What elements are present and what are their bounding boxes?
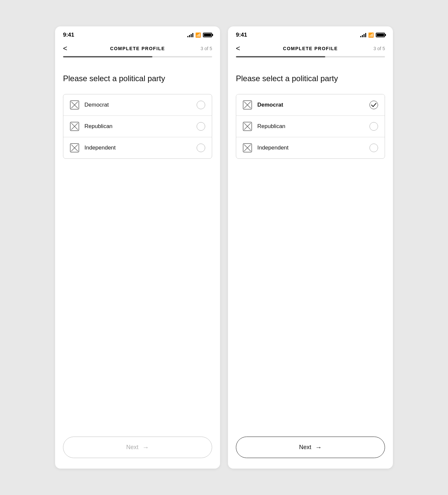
- option-label-democrat: Democrat: [257, 102, 369, 108]
- main-content: Please select a political party Democrat…: [228, 57, 393, 429]
- option-label-republican: Republican: [257, 123, 369, 130]
- option-row-republican[interactable]: Republican: [236, 116, 385, 137]
- battery-icon: [376, 33, 385, 37]
- progress-bar-container: [228, 54, 393, 57]
- status-bar: 9:41 📶: [228, 26, 393, 42]
- status-time: 9:41: [63, 32, 74, 38]
- phone-screen: 9:41 📶 < COMPLETE PROFILE 3 of 5 Please …: [228, 26, 393, 469]
- status-time: 9:41: [236, 32, 247, 38]
- option-selector-republican[interactable]: [369, 122, 378, 131]
- option-selector-independent[interactable]: [369, 144, 378, 152]
- nav-title: COMPLETE PROFILE: [110, 46, 165, 51]
- options-list: Democrat Republican Independent: [63, 94, 212, 159]
- option-icon-independent: [70, 143, 79, 152]
- option-icon-democrat: [70, 100, 79, 110]
- option-selector-republican[interactable]: [197, 122, 205, 131]
- next-button-label: Next: [299, 444, 311, 451]
- main-content: Please select a political party Democrat…: [55, 57, 220, 429]
- signal-icon: [187, 33, 193, 37]
- back-button[interactable]: <: [63, 45, 67, 52]
- status-bar: 9:41 📶: [55, 26, 220, 42]
- option-label-independent: Independent: [257, 145, 369, 151]
- wifi-icon: 📶: [195, 32, 201, 38]
- option-row-republican[interactable]: Republican: [63, 116, 212, 137]
- nav-step: 3 of 5: [201, 46, 212, 51]
- wifi-icon: 📶: [368, 32, 374, 38]
- nav-bar: < COMPLETE PROFILE 3 of 5: [228, 42, 393, 54]
- battery-fill: [377, 34, 384, 36]
- next-button-label: Next: [126, 444, 138, 451]
- arrow-right-icon: →: [315, 444, 322, 451]
- page-question: Please select a political party: [63, 73, 212, 83]
- option-selector-democrat[interactable]: [369, 101, 378, 109]
- status-icons: 📶: [360, 32, 385, 38]
- option-label-republican: Republican: [84, 123, 197, 130]
- options-list: Democrat Republican Independent: [236, 94, 385, 159]
- option-row-independent[interactable]: Independent: [236, 137, 385, 158]
- option-icon-republican: [243, 122, 252, 131]
- phone-screen: 9:41 📶 < COMPLETE PROFILE 3 of 5 Please …: [55, 26, 220, 469]
- nav-bar: < COMPLETE PROFILE 3 of 5: [55, 42, 220, 54]
- option-selector-independent[interactable]: [197, 144, 205, 152]
- option-selector-democrat[interactable]: [197, 101, 205, 109]
- next-button-area: Next →: [55, 429, 220, 469]
- battery-icon: [203, 33, 212, 37]
- progress-bar-container: [55, 54, 220, 57]
- option-row-democrat[interactable]: Democrat: [63, 94, 212, 116]
- next-button[interactable]: Next →: [63, 437, 212, 458]
- signal-icon: [360, 33, 366, 37]
- option-icon-republican: [70, 122, 79, 131]
- status-icons: 📶: [187, 32, 212, 38]
- screens-container: 9:41 📶 < COMPLETE PROFILE 3 of 5 Please …: [55, 26, 393, 469]
- next-button-area: Next →: [228, 429, 393, 469]
- option-label-democrat: Democrat: [84, 102, 197, 108]
- next-button[interactable]: Next →: [236, 437, 385, 458]
- nav-step: 3 of 5: [373, 46, 385, 51]
- arrow-right-icon: →: [143, 444, 149, 451]
- page-question: Please select a political party: [236, 73, 385, 83]
- option-label-independent: Independent: [84, 145, 197, 151]
- option-row-democrat[interactable]: Democrat: [236, 94, 385, 116]
- battery-fill: [204, 34, 211, 36]
- nav-title: COMPLETE PROFILE: [283, 46, 338, 51]
- back-button[interactable]: <: [236, 45, 240, 52]
- option-icon-independent: [243, 143, 252, 152]
- option-row-independent[interactable]: Independent: [63, 137, 212, 158]
- option-icon-democrat: [243, 100, 252, 110]
